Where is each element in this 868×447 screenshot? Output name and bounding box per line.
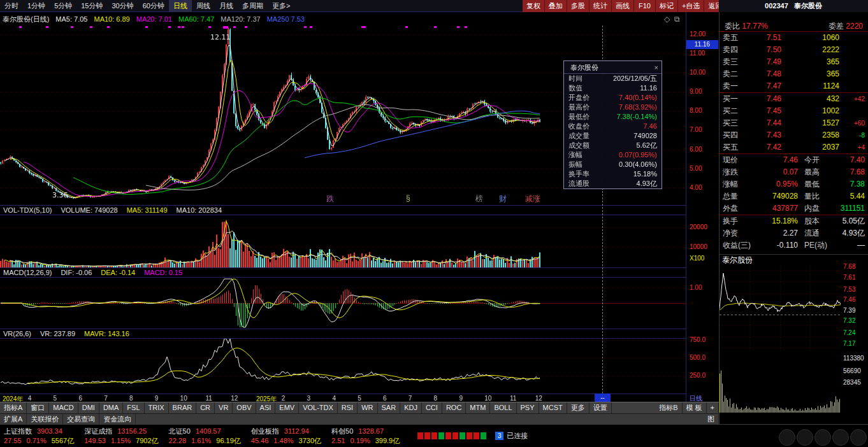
indicator-tab-窗口[interactable]: 窗口 [27,402,49,413]
top-menu-bar: 分时1分钟5分钟15分钟30分钟60分钟日线周线月线多周期更多> 复权叠加多股统… [0,0,868,12]
mini-volume-label: 56690 [843,367,861,374]
popup-title-bar[interactable]: 泰尔股份 × [564,61,662,74]
period-tab-15分钟[interactable]: 15分钟 [76,0,107,12]
toolbar-button-叠加[interactable]: 叠加 [545,0,567,12]
function-tab-资金流向[interactable]: 资金流向 [99,414,136,424]
index-block-上证指数[interactable]: 上证指数3903.3427.550.71%5567亿 [4,427,74,446]
diamond-icon[interactable]: ◇ [664,15,670,24]
heat-block [481,432,486,439]
popup-row: 最高价7.68(3.92%) [564,103,662,112]
mini-price-label: 7.32 [843,317,855,324]
function-tab-图[interactable]: 图 [704,414,719,424]
period-tab-周线[interactable]: 周线 [192,0,215,12]
bid-delta: -8 [839,129,865,141]
volume-chart[interactable] [0,215,686,267]
period-tab-5分钟[interactable]: 5分钟 [50,0,76,12]
bid-row[interactable]: 买四7.432358-8 [720,129,868,141]
period-tab-月线[interactable]: 月线 [215,0,238,12]
popup-row-label: 最高价 [568,103,590,112]
stock-code: 002347 [765,2,788,10]
ask-row[interactable]: 卖一7.471124 [720,80,868,92]
indicator-tab-OBV[interactable]: OBV [233,402,256,413]
indicator-tab-PSY[interactable]: PSY [517,402,539,413]
heat-block [459,432,465,439]
indicator-tab-VOL-TDX[interactable]: VOL-TDX [299,402,338,413]
period-tab-分时[interactable]: 分时 [0,0,23,12]
indicator-tab-WR[interactable]: WR [358,402,377,413]
macd-panel-header: MACD(12,26,9)DIF: -0.06DEA: -0.14MACD: 0… [0,267,686,278]
bid-row[interactable]: 买三7.441527+60 [720,117,868,129]
indicator-tab-TRIX[interactable]: TRIX [145,402,169,413]
indicator-tab-模 板[interactable]: 模 板 [683,402,707,413]
stat-value: 437877 [756,202,798,215]
period-tab-1分钟[interactable]: 1分钟 [23,0,50,12]
indicator-tab-MTM[interactable]: MTM [466,402,490,413]
macd-chart[interactable] [0,278,686,329]
indicator-tab-指标B[interactable]: 指标B [655,402,682,413]
period-tab-多周期[interactable]: 多周期 [238,0,268,12]
ask-row[interactable]: 卖二7.48365 [720,68,868,80]
indicator-tab-BRAR[interactable]: BRAR [169,402,197,413]
index-value: 3903.34 [37,427,62,436]
indicator-tab-MACD[interactable]: MACD [49,402,78,413]
bid-row[interactable]: 买五7.422037+4 [720,141,868,153]
indicator-tab-DMI[interactable]: DMI [78,402,99,413]
indicator-tab-CCI[interactable]: CCI [422,402,442,413]
vr-header-part: MAVR: 143.16 [84,329,129,338]
indicator-tab-BOLL[interactable]: BOLL [490,402,516,413]
toolbar-button-画线[interactable]: 画线 [612,0,634,12]
function-tab-扩展A[interactable]: 扩展A [0,414,27,424]
stat-value: 311151 [837,202,865,215]
popup-row: 成交额5.62亿 [564,141,662,150]
ask-row[interactable]: 卖三7.49365 [720,56,868,68]
stock-title: 002347 泰尔股份 [719,0,868,12]
intraday-mini-chart[interactable] [720,266,841,414]
floating-control [797,429,813,446]
indicator-tab-更多[interactable]: 更多 [567,402,590,413]
function-tab-关联报价[interactable]: 关联报价 [27,414,63,424]
indicator-tab-EMV[interactable]: EMV [275,402,299,413]
toolbar-button-多股[interactable]: 多股 [567,0,590,12]
indicator-tab-ROC[interactable]: ROC [442,402,466,413]
x-axis-label: 7 [409,395,412,402]
bid-row[interactable]: 买二7.451002 [720,105,868,117]
indicator-tab-SAR[interactable]: SAR [378,402,401,413]
period-tab-30分钟[interactable]: 30分钟 [108,0,138,12]
vr-chart[interactable] [0,339,686,394]
indicator-tab-指标A[interactable]: 指标A [0,402,27,413]
window-icon[interactable]: ⧉ [674,15,680,24]
indicator-tab-CR[interactable]: CR [196,402,215,413]
toolbar-button-F10[interactable]: F10 [634,0,656,12]
indicator-tab-DMA[interactable]: DMA [99,402,123,413]
indicator-tab-MCST[interactable]: MCST [539,402,567,413]
market-heat-blocks[interactable] [417,432,488,439]
indicator-tab-VR[interactable]: VR [215,402,233,413]
indicator-tab-KDJ[interactable]: KDJ [400,402,422,413]
indicator-tab-ASI[interactable]: ASI [256,402,276,413]
index-block-科创50[interactable]: 科创501328.672.510.19%399.9亿 [331,427,400,446]
close-icon[interactable]: × [655,61,658,74]
indicator-tab-+[interactable]: + [707,402,719,413]
weibi-row: 委比 17.77% 委差 2220 [720,20,868,32]
stat-label: PE(动) [798,239,837,252]
ask-row[interactable]: 卖四7.502222 [720,44,868,56]
bid-row[interactable]: 买一7.46432+42 [720,93,868,105]
index-block-北证50[interactable]: 北证501409.5722.281.61%96.19亿 [169,427,241,446]
period-tab-60分钟[interactable]: 60分钟 [138,0,169,12]
x-axis-label: 6 [78,395,82,402]
ask-row[interactable]: 卖五7.511060 [720,32,868,44]
indicator-tab-FSL[interactable]: FSL [123,402,144,413]
popup-row-label: 换手率 [568,169,590,179]
indicator-tab-RSI[interactable]: RSI [338,402,358,413]
period-tab-更多>[interactable]: 更多> [268,0,294,12]
stat-value: 7.38 [837,178,865,190]
toolbar-button-标记[interactable]: 标记 [656,0,678,12]
indicator-tab-设置[interactable]: 设置 [590,402,612,413]
function-tab-交易查询[interactable]: 交易查询 [63,414,99,424]
toolbar-button-复权[interactable]: 复权 [523,0,545,12]
toolbar-button-+自选[interactable]: +自选 [678,0,704,12]
index-block-深证成指[interactable]: 深证成指13156.25149.531.15%7902亿 [84,427,158,446]
toolbar-button-统计[interactable]: 统计 [590,0,612,12]
period-tab-日线[interactable]: 日线 [169,0,192,12]
index-block-创业板指[interactable]: 创业板指3112.9445.461.48%3730亿 [251,427,321,446]
